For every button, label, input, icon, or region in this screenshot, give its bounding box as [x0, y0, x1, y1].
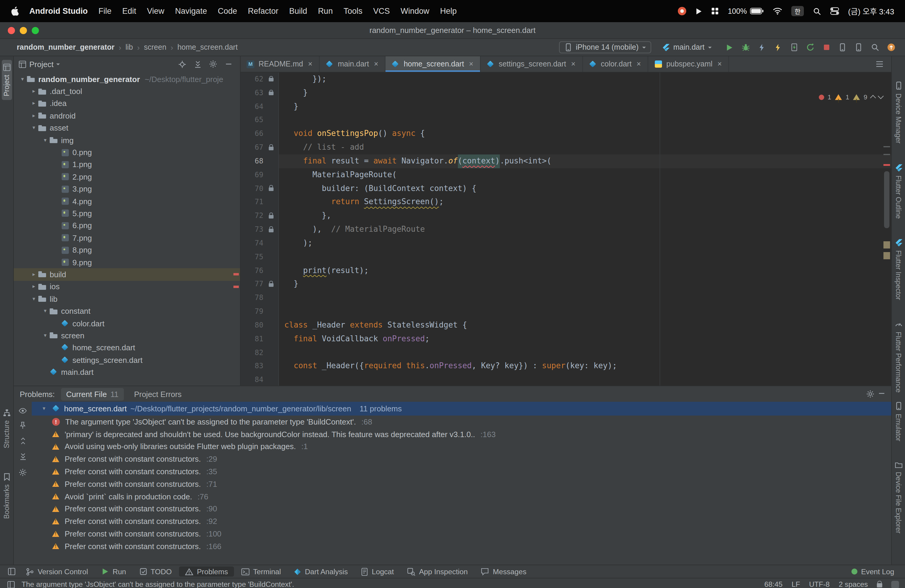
stop-button[interactable] — [819, 41, 833, 54]
menubar-app-name[interactable]: Android Studio — [29, 6, 88, 16]
problem-row[interactable]: Prefer const with constant constructors.… — [32, 503, 891, 515]
preview-button[interactable] — [19, 408, 27, 414]
close-tab-icon[interactable] — [307, 60, 314, 68]
readonly-lock-icon[interactable] — [877, 583, 882, 587]
hide-project-button[interactable] — [222, 58, 235, 70]
tool-window-button-logcat[interactable]: Logcat — [355, 566, 400, 577]
tree-item-2-png[interactable]: 2.png — [14, 171, 240, 183]
tree-item-0-png[interactable]: 0.png — [14, 146, 240, 159]
select-opened-file-button[interactable] — [175, 58, 189, 70]
problem-row[interactable]: Avoid `print` calls in production code.:… — [32, 490, 891, 503]
chevron-expanded-icon[interactable] — [30, 296, 38, 302]
problems-tab-current-file[interactable]: Current File11 — [61, 388, 124, 400]
close-tab-icon[interactable] — [570, 60, 577, 68]
tree-item-lib[interactable]: lib — [14, 293, 240, 305]
tree-item-asset[interactable]: asset — [14, 122, 240, 134]
chevron-collapsed-icon[interactable] — [30, 272, 38, 277]
tool-window-button-messages[interactable]: Messages — [475, 566, 532, 577]
status-switcher-icon[interactable] — [6, 578, 16, 588]
minimize-window-button[interactable] — [20, 27, 27, 34]
editor-tab-main-dart[interactable]: main.dart — [320, 56, 386, 72]
menu-run[interactable]: Run — [318, 6, 333, 16]
code-line[interactable]: 78 — [241, 291, 891, 305]
tool-window-button-problems[interactable]: Problems — [179, 566, 234, 577]
update-available-button[interactable] — [884, 41, 898, 54]
chevron-collapsed-icon[interactable] — [30, 89, 38, 94]
tool-stripe-button-device-file-explorer[interactable]: Device File Explorer — [893, 458, 903, 537]
tree-item-home-screen-dart[interactable]: home_screen.dart — [14, 342, 240, 354]
code-line[interactable]: 82 — [241, 346, 891, 359]
problem-row[interactable]: 'primary' is deprecated and shouldn't be… — [32, 428, 891, 441]
run-config-dropdown[interactable]: main.dart — [657, 41, 717, 53]
tree-item-idea[interactable]: .idea — [14, 98, 240, 110]
close-window-button[interactable] — [8, 27, 15, 34]
tree-item-main-dart[interactable]: main.dart — [14, 366, 240, 378]
problem-row[interactable]: Avoid using web-only libraries outside F… — [32, 440, 891, 453]
editor-tab-color-dart[interactable]: color.dart — [583, 56, 649, 72]
flutter-hot-restart-button[interactable] — [787, 41, 801, 54]
menu-build[interactable]: Build — [289, 6, 307, 16]
menu-help[interactable]: Help — [440, 6, 457, 16]
code-line[interactable]: 74 ); — [241, 237, 891, 250]
spotlight-icon[interactable] — [813, 7, 821, 15]
code-line[interactable]: 83 const _Header({required this.onPresse… — [241, 359, 891, 373]
screen-recording-icon[interactable] — [678, 6, 686, 16]
chevron-expanded-icon[interactable] — [41, 308, 49, 314]
tree-item-screen[interactable]: screen — [14, 329, 240, 342]
file-encoding[interactable]: UTF-8 — [809, 580, 830, 588]
chevron-collapsed-icon[interactable] — [30, 284, 38, 289]
code-editor[interactable]: 62 });63 }64 }6566 void onSettingsPop() … — [241, 72, 891, 386]
control-center-icon[interactable] — [830, 7, 839, 15]
problems-file-row[interactable]: home_screen.dart~/Desktop/flutter_projec… — [32, 402, 891, 416]
tree-settings-button[interactable] — [206, 58, 220, 70]
play-icon[interactable] — [695, 8, 702, 15]
problem-row[interactable]: Prefer const with constant constructors.… — [32, 453, 891, 466]
zoom-window-button[interactable] — [32, 27, 39, 34]
tool-window-button-event-log[interactable]: Event Log — [845, 566, 900, 577]
tool-window-button-run[interactable]: Run — [95, 566, 132, 577]
code-line[interactable]: 75 — [241, 250, 891, 264]
tree-item-build[interactable]: build — [14, 269, 240, 281]
pin-button[interactable] — [19, 421, 26, 429]
code-line[interactable]: 77 } — [241, 278, 891, 291]
problems-tab-project-errors[interactable]: Project Errors — [129, 388, 187, 400]
code-line[interactable]: 76 print(result); — [241, 264, 891, 278]
tree-item-6-png[interactable]: 6.png — [14, 219, 240, 232]
menu-navigate[interactable]: Navigate — [175, 6, 207, 16]
connected-device-button[interactable] — [835, 41, 849, 54]
tool-stripe-button-flutter-performance[interactable]: Flutter Performance — [893, 317, 903, 396]
debug-button[interactable] — [738, 41, 753, 54]
tool-stripe-button-device-manager[interactable]: Device Manager — [893, 78, 903, 147]
problem-row[interactable]: Prefer const with constant constructors.… — [32, 515, 891, 528]
code-line[interactable]: 70 builder: (BuildContext context) { — [241, 182, 891, 195]
tool-window-button-version-control[interactable]: Version Control — [20, 566, 94, 577]
editor-tab-readme-md[interactable]: README.md — [241, 56, 320, 72]
breadcrumb-item-home-screen-dart[interactable]: home_screen.dart — [178, 43, 238, 51]
problem-row[interactable]: Prefer const with constant constructors.… — [32, 478, 891, 490]
code-line[interactable]: 81 final VoidCallback onPressed; — [241, 332, 891, 346]
code-line[interactable]: 65 — [241, 113, 891, 127]
attach-debugger-button[interactable] — [755, 41, 768, 54]
problem-row[interactable]: The argument type 'JsObject' can't be as… — [32, 416, 891, 428]
collapse-all-button[interactable] — [191, 58, 204, 70]
chevron-expanded-icon[interactable] — [19, 76, 26, 82]
tree-item-5-png[interactable]: 5.png — [14, 208, 240, 220]
caret-position[interactable]: 68:45 — [764, 580, 783, 588]
flutter-hot-reload-button[interactable] — [771, 41, 785, 54]
breadcrumb-item-random-number-generator[interactable]: random_number_generator — [17, 43, 114, 51]
run-button[interactable] — [722, 41, 736, 54]
editor-scrollbar[interactable] — [884, 171, 889, 228]
tree-item-img[interactable]: img — [14, 134, 240, 146]
chevron-expanded-icon[interactable] — [40, 406, 48, 412]
tree-item-ios[interactable]: ios — [14, 281, 240, 293]
close-tab-icon[interactable] — [716, 60, 723, 68]
tool-stripe-button-flutter-inspector[interactable]: Flutter Inspector — [893, 235, 903, 304]
tool-window-button-todo[interactable]: TODO — [133, 566, 178, 577]
next-problem-icon[interactable] — [878, 94, 884, 99]
tool-stripe-button-bookmarks[interactable]: Bookmarks — [2, 470, 11, 523]
menu-refactor[interactable]: Refactor — [248, 6, 278, 16]
spaces-grid-icon[interactable] — [711, 7, 719, 15]
apple-menu-icon[interactable] — [11, 6, 19, 16]
tool-stripe-button-emulator[interactable]: Emulator — [893, 398, 903, 445]
tree-item-7-png[interactable]: 7.png — [14, 232, 240, 244]
